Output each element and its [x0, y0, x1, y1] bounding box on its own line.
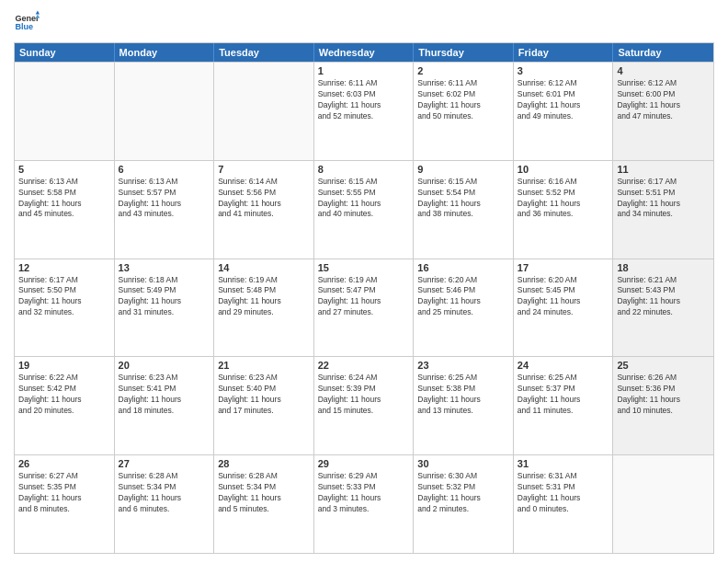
calendar-body: 1Sunrise: 6:11 AM Sunset: 6:03 PM Daylig… — [15, 62, 713, 553]
day-cell-3: 3Sunrise: 6:12 AM Sunset: 6:01 PM Daylig… — [514, 63, 614, 160]
cell-info: Sunrise: 6:29 AM Sunset: 5:33 PM Dayligh… — [318, 471, 410, 515]
cell-info: Sunrise: 6:15 AM Sunset: 5:55 PM Dayligh… — [318, 177, 410, 221]
day-number: 21 — [218, 360, 310, 371]
header-cell-thursday: Thursday — [414, 43, 514, 62]
day-number: 31 — [518, 458, 609, 469]
cell-info: Sunrise: 6:28 AM Sunset: 5:34 PM Dayligh… — [218, 471, 310, 515]
cell-info: Sunrise: 6:14 AM Sunset: 5:56 PM Dayligh… — [218, 177, 310, 221]
day-number: 7 — [218, 164, 310, 175]
day-cell-2: 2Sunrise: 6:11 AM Sunset: 6:02 PM Daylig… — [414, 63, 514, 160]
empty-cell — [15, 63, 115, 160]
day-number: 8 — [318, 164, 410, 175]
day-number: 17 — [518, 262, 609, 273]
day-cell-10: 10Sunrise: 6:16 AM Sunset: 5:52 PM Dayli… — [514, 161, 614, 259]
day-cell-31: 31Sunrise: 6:31 AM Sunset: 5:31 PM Dayli… — [514, 455, 614, 553]
day-cell-4: 4Sunrise: 6:12 AM Sunset: 6:00 PM Daylig… — [613, 63, 713, 160]
day-number: 9 — [417, 164, 509, 175]
day-cell-30: 30Sunrise: 6:30 AM Sunset: 5:32 PM Dayli… — [414, 455, 514, 553]
day-number: 16 — [417, 262, 509, 273]
cell-info: Sunrise: 6:20 AM Sunset: 5:45 PM Dayligh… — [518, 275, 609, 319]
week-row-5: 26Sunrise: 6:27 AM Sunset: 5:35 PM Dayli… — [15, 454, 713, 553]
day-number: 22 — [318, 360, 410, 371]
header: General Blue — [14, 9, 714, 35]
day-cell-11: 11Sunrise: 6:17 AM Sunset: 5:51 PM Dayli… — [613, 161, 713, 259]
day-number: 5 — [18, 164, 110, 175]
day-cell-20: 20Sunrise: 6:23 AM Sunset: 5:41 PM Dayli… — [115, 357, 215, 454]
day-cell-14: 14Sunrise: 6:19 AM Sunset: 5:48 PM Dayli… — [214, 259, 314, 357]
day-number: 14 — [218, 262, 310, 273]
cell-info: Sunrise: 6:24 AM Sunset: 5:39 PM Dayligh… — [318, 373, 410, 417]
day-cell-17: 17Sunrise: 6:20 AM Sunset: 5:45 PM Dayli… — [514, 259, 614, 357]
day-number: 23 — [417, 360, 509, 371]
day-cell-19: 19Sunrise: 6:22 AM Sunset: 5:42 PM Dayli… — [15, 357, 115, 454]
page: General Blue SundayMondayTuesdayWednesda… — [0, 0, 728, 563]
day-cell-25: 25Sunrise: 6:26 AM Sunset: 5:36 PM Dayli… — [613, 357, 713, 454]
header-cell-wednesday: Wednesday — [314, 43, 415, 62]
header-cell-friday: Friday — [514, 43, 614, 62]
day-cell-23: 23Sunrise: 6:25 AM Sunset: 5:38 PM Dayli… — [414, 357, 514, 454]
cell-info: Sunrise: 6:28 AM Sunset: 5:34 PM Dayligh… — [119, 471, 210, 515]
cell-info: Sunrise: 6:13 AM Sunset: 5:57 PM Dayligh… — [119, 177, 210, 221]
day-cell-22: 22Sunrise: 6:24 AM Sunset: 5:39 PM Dayli… — [314, 357, 415, 454]
cell-info: Sunrise: 6:11 AM Sunset: 6:02 PM Dayligh… — [417, 78, 509, 122]
day-number: 19 — [18, 360, 110, 371]
day-number: 27 — [119, 458, 210, 469]
cell-info: Sunrise: 6:15 AM Sunset: 5:54 PM Dayligh… — [417, 177, 509, 221]
cell-info: Sunrise: 6:27 AM Sunset: 5:35 PM Dayligh… — [18, 471, 110, 515]
cell-info: Sunrise: 6:17 AM Sunset: 5:50 PM Dayligh… — [18, 275, 110, 319]
day-number: 13 — [119, 262, 210, 273]
day-cell-18: 18Sunrise: 6:21 AM Sunset: 5:43 PM Dayli… — [613, 259, 713, 357]
day-number: 28 — [218, 458, 310, 469]
day-number: 4 — [617, 65, 710, 76]
cell-info: Sunrise: 6:23 AM Sunset: 5:40 PM Dayligh… — [218, 373, 310, 417]
logo-icon: General Blue — [14, 9, 40, 35]
day-cell-13: 13Sunrise: 6:18 AM Sunset: 5:49 PM Dayli… — [115, 259, 215, 357]
cell-info: Sunrise: 6:12 AM Sunset: 6:01 PM Dayligh… — [518, 78, 609, 122]
day-cell-16: 16Sunrise: 6:20 AM Sunset: 5:46 PM Dayli… — [414, 259, 514, 357]
day-cell-1: 1Sunrise: 6:11 AM Sunset: 6:03 PM Daylig… — [314, 63, 415, 160]
day-number: 24 — [518, 360, 609, 371]
cell-info: Sunrise: 6:17 AM Sunset: 5:51 PM Dayligh… — [617, 177, 710, 221]
day-cell-7: 7Sunrise: 6:14 AM Sunset: 5:56 PM Daylig… — [214, 161, 314, 259]
day-number: 6 — [119, 164, 210, 175]
day-number: 25 — [617, 360, 710, 371]
calendar-header: SundayMondayTuesdayWednesdayThursdayFrid… — [15, 43, 713, 62]
day-number: 20 — [119, 360, 210, 371]
cell-info: Sunrise: 6:22 AM Sunset: 5:42 PM Dayligh… — [18, 373, 110, 417]
cell-info: Sunrise: 6:18 AM Sunset: 5:49 PM Dayligh… — [119, 275, 210, 319]
day-cell-24: 24Sunrise: 6:25 AM Sunset: 5:37 PM Dayli… — [514, 357, 614, 454]
day-number: 10 — [518, 164, 609, 175]
week-row-4: 19Sunrise: 6:22 AM Sunset: 5:42 PM Dayli… — [15, 356, 713, 454]
day-cell-21: 21Sunrise: 6:23 AM Sunset: 5:40 PM Dayli… — [214, 357, 314, 454]
cell-info: Sunrise: 6:21 AM Sunset: 5:43 PM Dayligh… — [617, 275, 710, 319]
svg-text:Blue: Blue — [15, 22, 33, 31]
calendar: SundayMondayTuesdayWednesdayThursdayFrid… — [14, 42, 714, 554]
cell-info: Sunrise: 6:20 AM Sunset: 5:46 PM Dayligh… — [417, 275, 509, 319]
cell-info: Sunrise: 6:26 AM Sunset: 5:36 PM Dayligh… — [617, 373, 710, 417]
day-cell-5: 5Sunrise: 6:13 AM Sunset: 5:58 PM Daylig… — [15, 161, 115, 259]
day-cell-12: 12Sunrise: 6:17 AM Sunset: 5:50 PM Dayli… — [15, 259, 115, 357]
cell-info: Sunrise: 6:16 AM Sunset: 5:52 PM Dayligh… — [518, 177, 609, 221]
day-cell-28: 28Sunrise: 6:28 AM Sunset: 5:34 PM Dayli… — [214, 455, 314, 553]
day-cell-26: 26Sunrise: 6:27 AM Sunset: 5:35 PM Dayli… — [15, 455, 115, 553]
day-number: 15 — [318, 262, 410, 273]
day-number: 3 — [518, 65, 609, 76]
logo: General Blue — [14, 9, 40, 35]
day-cell-15: 15Sunrise: 6:19 AM Sunset: 5:47 PM Dayli… — [314, 259, 415, 357]
week-row-1: 1Sunrise: 6:11 AM Sunset: 6:03 PM Daylig… — [15, 62, 713, 160]
cell-info: Sunrise: 6:31 AM Sunset: 5:31 PM Dayligh… — [518, 471, 609, 515]
header-cell-monday: Monday — [115, 43, 215, 62]
day-number: 18 — [617, 262, 710, 273]
cell-info: Sunrise: 6:19 AM Sunset: 5:48 PM Dayligh… — [218, 275, 310, 319]
svg-marker-2 — [36, 10, 40, 14]
day-cell-27: 27Sunrise: 6:28 AM Sunset: 5:34 PM Dayli… — [115, 455, 215, 553]
day-number: 29 — [318, 458, 410, 469]
day-cell-29: 29Sunrise: 6:29 AM Sunset: 5:33 PM Dayli… — [314, 455, 415, 553]
header-cell-sunday: Sunday — [15, 43, 115, 62]
header-cell-saturday: Saturday — [613, 43, 713, 62]
day-cell-9: 9Sunrise: 6:15 AM Sunset: 5:54 PM Daylig… — [414, 161, 514, 259]
day-cell-6: 6Sunrise: 6:13 AM Sunset: 5:57 PM Daylig… — [115, 161, 215, 259]
day-number: 11 — [617, 164, 710, 175]
cell-info: Sunrise: 6:12 AM Sunset: 6:00 PM Dayligh… — [617, 78, 710, 122]
day-cell-8: 8Sunrise: 6:15 AM Sunset: 5:55 PM Daylig… — [314, 161, 415, 259]
